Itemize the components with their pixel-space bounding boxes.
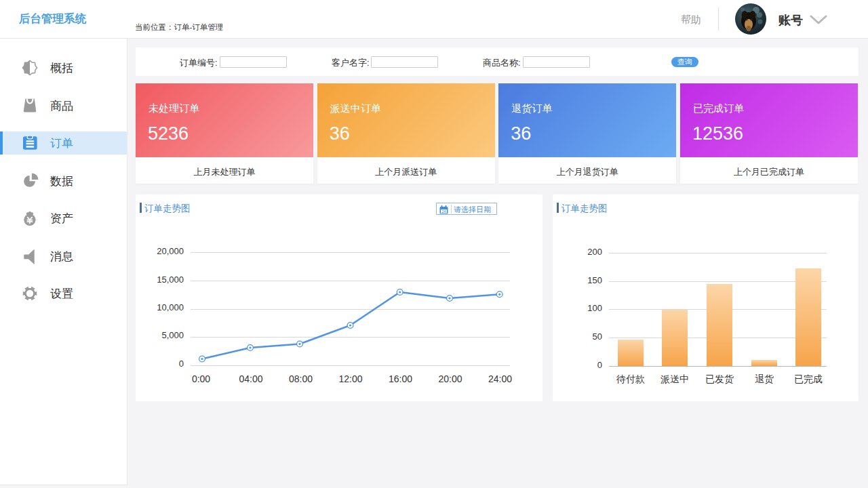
svg-text:200: 200 xyxy=(587,247,602,257)
svg-text:08:00: 08:00 xyxy=(289,373,313,384)
svg-text:100: 100 xyxy=(587,303,602,313)
svg-text:退货: 退货 xyxy=(755,373,774,384)
svg-text:0: 0 xyxy=(179,359,184,369)
svg-text:50: 50 xyxy=(593,331,602,342)
svg-text:派送中: 派送中 xyxy=(660,373,689,384)
svg-text:16:00: 16:00 xyxy=(389,373,412,384)
svg-text:10,000: 10,000 xyxy=(157,302,184,312)
svg-text:12:00: 12:00 xyxy=(338,373,362,384)
svg-text:待付款: 待付款 xyxy=(616,373,645,384)
svg-text:04:00: 04:00 xyxy=(239,373,262,384)
svg-text:0: 0 xyxy=(597,360,602,370)
svg-text:0:00: 0:00 xyxy=(192,373,210,384)
svg-text:5,000: 5,000 xyxy=(161,330,184,340)
svg-text:已发货: 已发货 xyxy=(705,373,734,384)
svg-text:24:00: 24:00 xyxy=(488,373,512,384)
svg-text:20,000: 20,000 xyxy=(157,246,184,256)
svg-text:20:00: 20:00 xyxy=(438,373,462,384)
svg-text:已完成: 已完成 xyxy=(794,373,823,384)
svg-text:150: 150 xyxy=(587,275,602,285)
svg-text:15,000: 15,000 xyxy=(157,274,184,285)
